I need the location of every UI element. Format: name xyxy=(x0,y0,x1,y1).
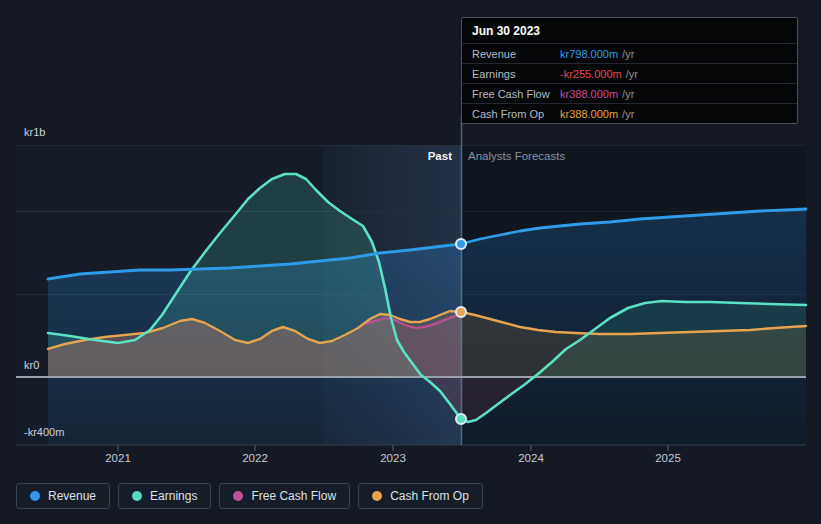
y-label-0: kr0 xyxy=(24,359,39,371)
legend-item-revenue[interactable]: Revenue xyxy=(16,483,110,509)
legend-item-cash-from-op[interactable]: Cash From Op xyxy=(358,483,483,509)
tooltip-unit: /yr xyxy=(622,108,634,120)
tooltip-label: Earnings xyxy=(472,68,560,80)
tooltip-unit: /yr xyxy=(626,68,638,80)
legend-item-free-cash-flow[interactable]: Free Cash Flow xyxy=(219,483,350,509)
legend-label: Earnings xyxy=(150,489,197,503)
tooltip-value: kr388.000m xyxy=(560,108,618,120)
x-label-2023: 2023 xyxy=(380,452,406,464)
x-axis-ticks xyxy=(118,445,668,451)
tooltip-value: kr798.000m xyxy=(560,48,618,60)
tooltip-unit: /yr xyxy=(622,88,634,100)
legend-label: Revenue xyxy=(48,489,96,503)
free-cash-flow-dot-icon xyxy=(233,491,243,501)
earnings-revenue-growth-chart: Past Analysts Forecasts kr1b kr0 -kr400m… xyxy=(0,0,821,524)
legend-label: Cash From Op xyxy=(390,489,469,503)
earnings-marker xyxy=(456,414,466,424)
chart-tooltip: Jun 30 2023 Revenue kr798.000m /yr Earni… xyxy=(461,17,798,124)
y-label-neg400m: -kr400m xyxy=(24,426,64,438)
tooltip-date: Jun 30 2023 xyxy=(462,18,797,43)
x-label-2024: 2024 xyxy=(518,452,544,464)
revenue-dot-icon xyxy=(30,491,40,501)
tooltip-label: Revenue xyxy=(472,48,560,60)
earnings-dot-icon xyxy=(132,491,142,501)
cash-from-op-marker xyxy=(456,307,466,317)
analysts-forecasts-label: Analysts Forecasts xyxy=(468,150,565,162)
legend-item-earnings[interactable]: Earnings xyxy=(118,483,211,509)
chart-legend: Revenue Earnings Free Cash Flow Cash Fro… xyxy=(16,483,483,509)
x-label-2021: 2021 xyxy=(105,452,131,464)
forecast-region-overlay xyxy=(461,145,806,445)
cash-from-op-dot-icon xyxy=(372,491,382,501)
tooltip-row-revenue: Revenue kr798.000m /yr xyxy=(462,43,797,63)
legend-label: Free Cash Flow xyxy=(251,489,336,503)
tooltip-row-free-cash-flow: Free Cash Flow kr388.000m /yr xyxy=(462,83,797,103)
tooltip-label: Free Cash Flow xyxy=(472,88,560,100)
tooltip-value: kr388.000m xyxy=(560,88,618,100)
tooltip-unit: /yr xyxy=(622,48,634,60)
past-label: Past xyxy=(428,150,452,162)
tooltip-row-cash-from-op: Cash From Op kr388.000m /yr xyxy=(462,103,797,123)
tooltip-value: -kr255.000m xyxy=(560,68,622,80)
y-label-1b: kr1b xyxy=(24,126,45,138)
tooltip-row-earnings: Earnings -kr255.000m /yr xyxy=(462,63,797,83)
tooltip-label: Cash From Op xyxy=(472,108,560,120)
x-label-2025: 2025 xyxy=(655,452,681,464)
x-label-2022: 2022 xyxy=(242,452,268,464)
revenue-marker xyxy=(456,239,466,249)
